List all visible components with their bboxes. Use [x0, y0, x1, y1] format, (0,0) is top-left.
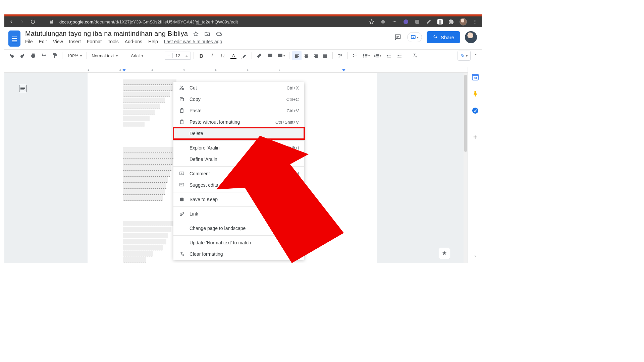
ext-icon-2[interactable]	[391, 18, 398, 25]
get-addons-button[interactable]: +	[473, 133, 477, 141]
share-button[interactable]: Share	[427, 31, 460, 43]
checklist-button[interactable]	[351, 51, 360, 60]
ext-icon-1[interactable]	[380, 18, 386, 25]
context-menu-label: Cut	[190, 85, 282, 90]
right-indent-marker[interactable]	[342, 69, 346, 71]
align-right-button[interactable]	[311, 51, 320, 60]
star-icon[interactable]	[368, 18, 375, 25]
open-comments-button[interactable]	[393, 33, 402, 42]
redo-button[interactable]	[18, 51, 27, 60]
menu-edit[interactable]: Edit	[39, 39, 47, 44]
explore-button[interactable]	[439, 248, 450, 259]
last-edit-link[interactable]: Last edit was 5 minutes ago	[164, 39, 222, 44]
italic-button[interactable]: I	[207, 51, 217, 60]
tasks-icon[interactable]	[472, 107, 479, 114]
decrease-indent-button[interactable]	[384, 51, 393, 60]
print-button[interactable]	[29, 51, 38, 60]
ext-icon-5[interactable]	[425, 18, 432, 25]
paste-icon	[179, 119, 185, 125]
context-menu-comment[interactable]: Commentt+M	[173, 168, 304, 179]
show-outline-button[interactable]	[19, 85, 26, 92]
forward-button[interactable]	[19, 19, 25, 25]
menu-add-ons[interactable]: Add-ons	[125, 39, 142, 44]
extensions-icon[interactable]	[448, 18, 455, 25]
document-title[interactable]: Matutulungan tayo ng iba na maintindihan…	[25, 30, 188, 38]
align-justify-button[interactable]	[320, 51, 330, 60]
docs-logo-icon[interactable]	[8, 31, 20, 47]
context-menu-copy[interactable]: CopyCtrl+C	[173, 94, 304, 105]
bold-button[interactable]: B	[197, 51, 206, 60]
link-icon	[179, 211, 185, 217]
context-menu-shortcut: Ctrl+Shift+V	[275, 120, 299, 125]
menu-tools[interactable]: Tools	[108, 39, 119, 44]
keep-icon[interactable]	[472, 90, 479, 98]
ext-icon-4[interactable]	[414, 18, 421, 25]
browser-profile-avatar[interactable]	[460, 18, 467, 25]
back-button[interactable]	[8, 19, 14, 25]
ext-icon-3[interactable]	[402, 18, 409, 25]
zoom-select[interactable]: 100%▾	[65, 53, 84, 58]
formatting-toolbar: 100%▾ Normal text▾ Arial▾ − 12 + B I U A…	[4, 49, 482, 62]
context-menu-update-normal-text-to-match[interactable]: Update 'Normal text' to match	[173, 237, 304, 248]
insert-comment-button[interactable]	[265, 51, 275, 60]
ext-icon-6[interactable]	[437, 18, 443, 25]
underline-button[interactable]: U	[218, 51, 227, 60]
menu-help[interactable]: Help	[148, 39, 158, 44]
ruler-tick: 1	[88, 68, 89, 71]
menu-insert[interactable]: Insert	[69, 39, 81, 44]
paragraph-placeholder	[123, 79, 176, 127]
star-document-icon[interactable]	[193, 31, 199, 37]
insert-link-button[interactable]	[255, 51, 264, 60]
collapse-toolbar-button[interactable]: ⌃	[472, 53, 480, 58]
present-button[interactable]: ▾	[407, 32, 422, 42]
context-menu-label: Suggest edits	[190, 182, 299, 188]
undo-button[interactable]	[7, 51, 16, 60]
reload-button[interactable]	[30, 19, 36, 25]
context-menu-cut[interactable]: CutCtrl+X	[173, 82, 304, 94]
ruler-tick: 3	[151, 68, 153, 71]
font-size-value[interactable]: 12	[172, 53, 183, 58]
align-center-button[interactable]	[302, 51, 311, 60]
menu-view[interactable]: View	[53, 39, 63, 44]
horizontal-ruler[interactable]: 1234567	[4, 67, 468, 73]
align-left-button[interactable]	[292, 51, 302, 60]
chrome-menu-icon[interactable]	[472, 18, 478, 25]
left-indent-marker[interactable]	[122, 69, 126, 71]
clear-formatting-button[interactable]	[410, 51, 419, 60]
move-to-folder-icon[interactable]	[204, 31, 211, 37]
context-menu-paste-without-formatting[interactable]: Paste without formattingCtrl+Shift+V	[173, 116, 304, 128]
vertical-scrollbar[interactable]	[464, 73, 468, 263]
editing-mode-button[interactable]: ✎▾	[458, 51, 471, 61]
highlight-color-button[interactable]	[239, 51, 249, 60]
context-menu-paste[interactable]: PasteCtrl+V	[173, 105, 304, 116]
context-menu-define-aralin[interactable]: Define 'Aralin	[173, 154, 304, 165]
paint-format-button[interactable]	[50, 51, 59, 60]
menu-format[interactable]: Format	[87, 39, 102, 44]
context-menu-suggest-edits[interactable]: Suggest edits	[173, 179, 304, 191]
menu-file[interactable]: File	[25, 39, 33, 44]
context-menu-save-to-keep[interactable]: Save to Keep	[173, 194, 304, 205]
url-bar[interactable]: docs.google.com/document/d/1X27jcY39-GmS…	[59, 19, 238, 24]
context-menu-delete[interactable]: Delete	[173, 128, 304, 139]
spellcheck-button[interactable]	[39, 51, 49, 60]
cloud-status-icon[interactable]	[215, 31, 222, 37]
insert-image-button[interactable]: ▾	[276, 51, 286, 60]
context-menu-change-page-to-landscape[interactable]: Change page to landscape	[173, 223, 304, 234]
paragraph-style-select[interactable]: Normal text▾	[90, 53, 123, 58]
calendar-icon[interactable]: 31	[472, 73, 479, 81]
text-color-button[interactable]: A	[229, 51, 238, 60]
context-menu-explore-aralin[interactable]: Explore 'AralinCtrl+Alt+Shift+I	[173, 142, 304, 154]
font-select[interactable]: Arial▾	[129, 53, 159, 58]
context-menu-link[interactable]: Link	[173, 208, 304, 220]
context-menu-separator	[173, 235, 304, 236]
font-size-control[interactable]: − 12 +	[165, 52, 191, 60]
numbered-list-button[interactable]: 12▾	[373, 51, 383, 60]
decrease-font-size-button[interactable]: −	[165, 53, 172, 59]
increase-font-size-button[interactable]: +	[183, 53, 191, 59]
line-spacing-button[interactable]	[335, 51, 345, 60]
context-menu-clear-formatting[interactable]: Clear formattingCtrl+\	[173, 248, 304, 260]
hide-side-panel-button[interactable]: ›	[474, 253, 476, 258]
increase-indent-button[interactable]	[395, 51, 404, 60]
account-avatar[interactable]	[465, 31, 477, 43]
bulleted-list-button[interactable]: ▾	[361, 51, 371, 60]
